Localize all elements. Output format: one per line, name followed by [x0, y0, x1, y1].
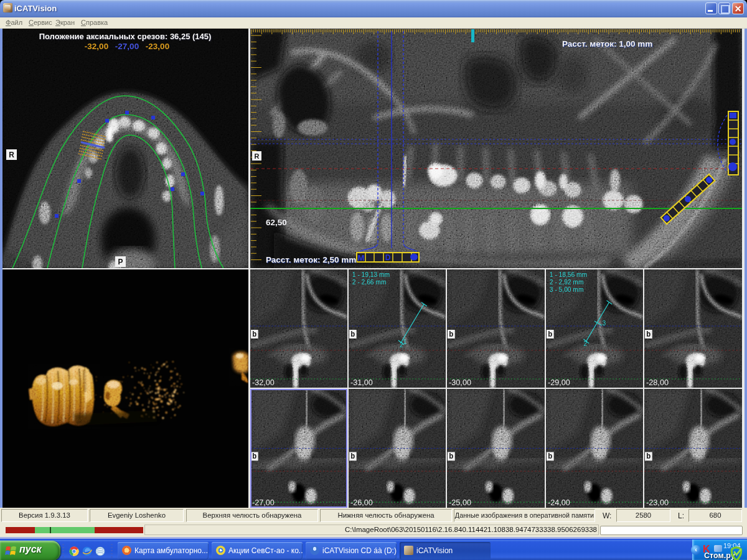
svg-text:b: b — [646, 452, 651, 461]
svg-text:-32,00: -32,00 — [85, 42, 108, 51]
svg-text:-26,00: -26,00 — [350, 498, 373, 507]
svg-text:2 - 2,66 mm: 2 - 2,66 mm — [352, 279, 387, 286]
svg-text:Расст. меток: 2,50 mm: Расст. меток: 2,50 mm — [266, 255, 356, 264]
svg-text:-28,00: -28,00 — [646, 378, 669, 387]
svg-text:b: b — [252, 330, 256, 339]
svg-text:Положение аксиальных срезов: 3: Положение аксиальных срезов: 36,25 (145) — [39, 32, 212, 41]
svg-text:-31,00: -31,00 — [350, 378, 373, 387]
svg-text:2: 2 — [583, 340, 586, 347]
svg-text:3: 3 — [603, 320, 606, 327]
svg-text:b: b — [548, 452, 552, 461]
svg-text:-23,00: -23,00 — [146, 42, 169, 51]
svg-text:2 - 2,92 mm: 2 - 2,92 mm — [550, 279, 584, 286]
svg-text:1: 1 — [403, 338, 406, 345]
svg-text:b: b — [449, 452, 453, 461]
svg-text:b: b — [350, 330, 355, 339]
svg-text:62,50: 62,50 — [266, 218, 287, 227]
svg-text:Расст. меток: 1,00 mm: Расст. меток: 1,00 mm — [562, 39, 652, 49]
svg-text:1 - 18,56 mm: 1 - 18,56 mm — [550, 271, 587, 278]
svg-text:D: D — [385, 253, 391, 262]
svg-text:P: P — [118, 258, 123, 266]
svg-text:-25,00: -25,00 — [449, 498, 471, 507]
svg-text:-27,00: -27,00 — [115, 42, 139, 51]
svg-text:-32,00: -32,00 — [252, 378, 275, 387]
svg-text:b: b — [449, 330, 453, 339]
svg-text:2: 2 — [400, 342, 403, 348]
svg-text:-23,00: -23,00 — [646, 498, 669, 507]
svg-text:b: b — [350, 452, 355, 461]
svg-text:-29,00: -29,00 — [548, 378, 570, 387]
svg-text:-30,00: -30,00 — [449, 378, 471, 387]
svg-text:R: R — [255, 152, 260, 160]
svg-text:3 - 5,00 mm: 3 - 5,00 mm — [550, 286, 584, 293]
svg-text:b: b — [646, 330, 651, 339]
svg-text:1 - 19,13 mm: 1 - 19,13 mm — [352, 271, 390, 278]
svg-text:b: b — [548, 330, 552, 339]
svg-text:-24,00: -24,00 — [548, 498, 570, 507]
svg-text:M: M — [358, 253, 365, 263]
svg-text:R: R — [9, 151, 14, 159]
